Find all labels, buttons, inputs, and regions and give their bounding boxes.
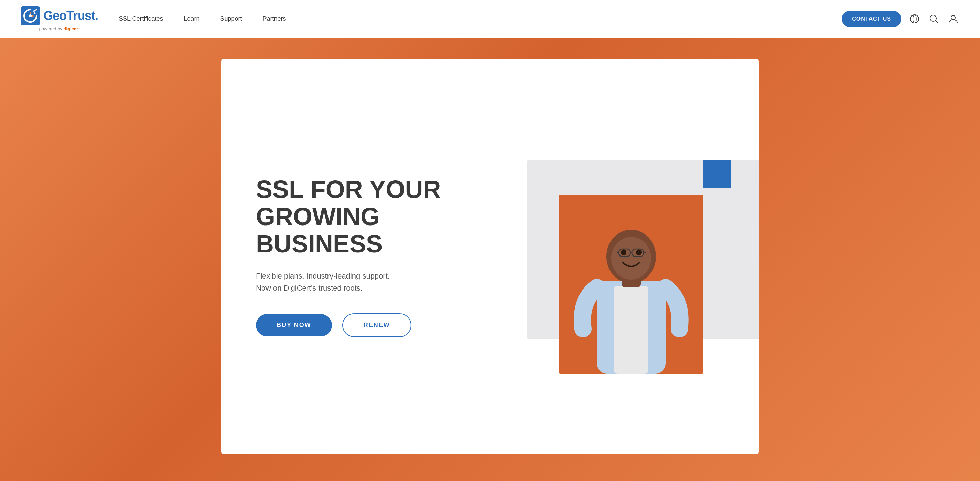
logo-trust: Trust. <box>67 9 98 23</box>
hero-subtitle-line1: Flexible plans. Industry-leading support… <box>256 272 390 280</box>
svg-line-8 <box>935 21 938 23</box>
geotrust-logo-icon <box>21 6 40 25</box>
user-icon-button[interactable] <box>947 13 959 25</box>
globe-icon-button[interactable] <box>908 13 921 25</box>
hero-image-area <box>514 153 724 360</box>
search-icon-button[interactable] <box>928 13 940 25</box>
svg-point-9 <box>951 16 955 20</box>
digicert-text: digicert <box>64 26 80 31</box>
nav-item-support[interactable]: Support <box>220 15 242 22</box>
hero-blue-accent <box>703 160 731 188</box>
hero-title: SSL FOR YOUR GROWING BUSINESS <box>256 176 514 258</box>
hero-subtitle: Flexible plans. Industry-leading support… <box>256 270 442 294</box>
hero-content: SSL FOR YOUR GROWING BUSINESS Flexible p… <box>256 176 514 338</box>
hero-subtitle-line2: Now on DigiCert's trusted roots. <box>256 284 363 292</box>
nav-partners[interactable]: Partners <box>263 15 286 22</box>
contact-us-button[interactable]: CONTACT US <box>842 11 902 27</box>
logo-geo: Geo <box>43 9 67 23</box>
person-illustration <box>566 198 697 374</box>
nav-links: SSL Certificates Learn Support Partners <box>119 15 842 22</box>
renew-button[interactable]: RENEW <box>342 313 412 337</box>
navbar: GeoTrust. powered by digicert SSL Certif… <box>0 0 980 38</box>
hero-background: SSL FOR YOUR GROWING BUSINESS Flexible p… <box>0 38 980 481</box>
nav-item-ssl[interactable]: SSL Certificates <box>119 15 163 22</box>
nav-learn[interactable]: Learn <box>183 15 199 22</box>
svg-point-16 <box>636 249 641 255</box>
globe-icon <box>910 14 920 24</box>
logo-powered-by: powered by digicert <box>39 26 80 31</box>
logo-main: GeoTrust. <box>21 6 98 25</box>
svg-point-14 <box>611 237 651 280</box>
hero-buttons: BUY NOW RENEW <box>256 313 514 337</box>
nav-right: CONTACT US <box>842 11 959 27</box>
svg-rect-11 <box>614 286 648 374</box>
hero-card: SSL FOR YOUR GROWING BUSINESS Flexible p… <box>221 59 759 454</box>
nav-support[interactable]: Support <box>220 15 242 22</box>
user-icon <box>948 14 958 24</box>
logo-area: GeoTrust. powered by digicert <box>21 6 98 31</box>
svg-point-1 <box>29 14 32 17</box>
svg-point-15 <box>621 249 626 255</box>
buy-now-button[interactable]: BUY NOW <box>256 314 332 336</box>
nav-item-learn[interactable]: Learn <box>183 15 199 22</box>
logo-wordmark: GeoTrust. <box>43 9 98 23</box>
nav-ssl-certificates[interactable]: SSL Certificates <box>119 15 163 22</box>
hero-person-image <box>559 194 703 374</box>
nav-item-partners[interactable]: Partners <box>263 15 286 22</box>
search-icon <box>929 14 939 24</box>
